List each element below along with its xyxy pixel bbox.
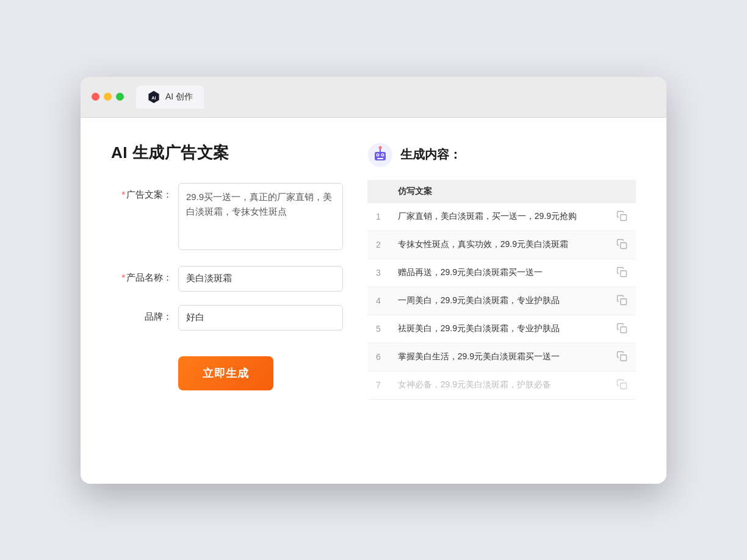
- minimize-button[interactable]: [104, 93, 112, 101]
- copy-icon[interactable]: [616, 326, 627, 336]
- svg-rect-16: [621, 354, 627, 361]
- product-name-input-wrap: [178, 266, 343, 292]
- table-header-row: 仿写文案: [367, 180, 636, 203]
- generate-button[interactable]: 立即生成: [178, 356, 273, 390]
- browser-window: AI AI 创作 AI 生成广告文案 *广告文案： 29.9买一送一，真正的厂家…: [81, 77, 666, 484]
- ai-creation-tab[interactable]: AI AI 创作: [136, 85, 204, 109]
- svg-rect-17: [621, 382, 627, 389]
- ad-copy-required: *: [121, 189, 125, 199]
- col-copy: 仿写文案: [389, 180, 608, 203]
- svg-point-5: [379, 146, 382, 149]
- traffic-lights: [92, 93, 124, 101]
- product-name-label: *产品名称：: [111, 266, 172, 284]
- svg-rect-15: [621, 326, 627, 332]
- ad-copy-label: *广告文案：: [111, 183, 172, 201]
- row-copy-text: 厂家直销，美白淡斑霜，买一送一，29.9元抢购: [389, 203, 608, 231]
- ad-copy-row: *广告文案： 29.9买一送一，真正的厂家直销，美白淡斑霜，专抹女性斑点: [111, 183, 343, 253]
- row-copy-text: 一周美白，29.9元美白淡斑霜，专业护肤品: [389, 287, 608, 315]
- table-row: 1厂家直销，美白淡斑霜，买一送一，29.9元抢购: [367, 203, 636, 231]
- svg-rect-10: [377, 158, 383, 159]
- svg-rect-12: [621, 242, 627, 248]
- row-number: 3: [367, 259, 389, 287]
- svg-rect-11: [621, 214, 627, 220]
- row-copy-text: 赠品再送，29.9元美白淡斑霜买一送一: [389, 259, 608, 287]
- row-copy-text: 专抹女性斑点，真实功效，29.9元美白淡斑霜: [389, 231, 608, 259]
- row-action: [608, 231, 636, 259]
- product-name-input[interactable]: [178, 266, 343, 292]
- table-row: 7女神必备，29.9元美白淡斑霜，护肤必备: [367, 371, 636, 399]
- result-header: 生成内容：: [367, 142, 636, 168]
- content-area: AI 生成广告文案 *广告文案： 29.9买一送一，真正的厂家直销，美白淡斑霜，…: [81, 118, 666, 484]
- row-number: 4: [367, 287, 389, 315]
- row-action: [608, 203, 636, 231]
- title-bar: AI AI 创作: [81, 77, 666, 118]
- row-number: 2: [367, 231, 389, 259]
- close-button[interactable]: [92, 93, 99, 101]
- product-name-required: *: [121, 272, 125, 282]
- row-action: [608, 343, 636, 371]
- brand-label: 品牌：: [111, 305, 172, 323]
- row-copy-text: 女神必备，29.9元美白淡斑霜，护肤必备: [389, 371, 608, 399]
- left-panel: AI 生成广告文案 *广告文案： 29.9买一送一，真正的厂家直销，美白淡斑霜，…: [111, 142, 343, 459]
- copy-icon[interactable]: [616, 242, 627, 251]
- robot-icon: [367, 142, 393, 168]
- result-table: 仿写文案 1厂家直销，美白淡斑霜，买一送一，29.9元抢购 2专抹女性斑点，真实…: [367, 180, 636, 400]
- table-row: 4一周美白，29.9元美白淡斑霜，专业护肤品: [367, 287, 636, 315]
- row-number: 7: [367, 371, 389, 399]
- svg-rect-13: [621, 270, 627, 276]
- row-number: 1: [367, 203, 389, 231]
- row-action: [608, 315, 636, 343]
- copy-icon[interactable]: [616, 382, 627, 392]
- row-action: [608, 287, 636, 315]
- product-name-row: *产品名称：: [111, 266, 343, 292]
- row-copy-text: 祛斑美白，29.9元美白淡斑霜，专业护肤品: [389, 315, 608, 343]
- row-copy-text: 掌握美白生活，29.9元美白淡斑霜买一送一: [389, 343, 608, 371]
- brand-input[interactable]: [178, 305, 343, 331]
- copy-icon[interactable]: [616, 354, 627, 364]
- brand-input-wrap: [178, 305, 343, 331]
- table-row: 6掌握美白生活，29.9元美白淡斑霜买一送一: [367, 343, 636, 371]
- result-title: 生成内容：: [400, 146, 461, 163]
- col-number: [367, 180, 389, 203]
- brand-row: 品牌：: [111, 305, 343, 331]
- ad-copy-textarea[interactable]: 29.9买一送一，真正的厂家直销，美白淡斑霜，专抹女性斑点: [178, 183, 343, 250]
- col-action: [608, 180, 636, 203]
- table-row: 3赠品再送，29.9元美白淡斑霜买一送一: [367, 259, 636, 287]
- svg-rect-14: [621, 298, 627, 304]
- ad-copy-input-wrap: 29.9买一送一，真正的厂家直销，美白淡斑霜，专抹女性斑点: [178, 183, 343, 253]
- ai-tab-icon: AI: [147, 90, 161, 104]
- row-number: 5: [367, 315, 389, 343]
- tab-label: AI 创作: [165, 92, 193, 102]
- row-action: [608, 371, 636, 399]
- row-number: 6: [367, 343, 389, 371]
- right-panel: 生成内容： 仿写文案 1厂家直销，美白淡斑霜，买一送一，29.9元抢购 2专抹女…: [367, 142, 636, 459]
- table-row: 2专抹女性斑点，真实功效，29.9元美白淡斑霜: [367, 231, 636, 259]
- copy-icon[interactable]: [616, 270, 627, 279]
- maximize-button[interactable]: [116, 93, 124, 101]
- svg-text:AI: AI: [151, 95, 156, 100]
- table-row: 5祛斑美白，29.9元美白淡斑霜，专业护肤品: [367, 315, 636, 343]
- copy-icon[interactable]: [616, 214, 627, 223]
- svg-point-8: [377, 154, 378, 155]
- row-action: [608, 259, 636, 287]
- page-title: AI 生成广告文案: [111, 142, 343, 163]
- copy-icon[interactable]: [616, 298, 627, 307]
- svg-point-9: [382, 154, 383, 155]
